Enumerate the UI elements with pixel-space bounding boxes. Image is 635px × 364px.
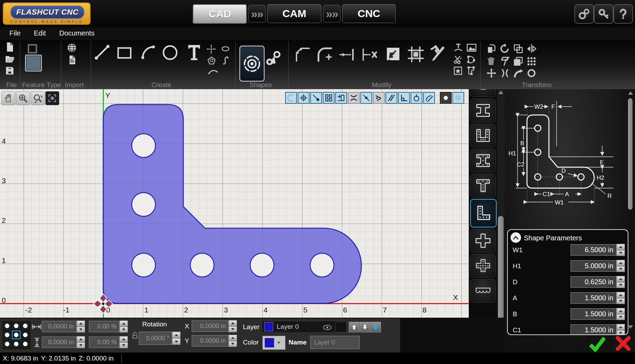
shape-item-tshape[interactable] [470, 174, 496, 198]
text-tool-button[interactable] [185, 43, 203, 62]
spinner-down-icon[interactable] [617, 298, 625, 304]
anchor-point-selector[interactable] [2, 321, 30, 349]
hole[interactable] [310, 253, 334, 277]
mirror-flip-button[interactable] [526, 44, 537, 54]
param-spinner-c1[interactable] [617, 324, 625, 335]
right-panel-scrollbar[interactable] [627, 89, 634, 333]
chamfer-button[interactable] [294, 46, 311, 62]
shape-library-button[interactable] [239, 46, 265, 82]
anchor-top-center[interactable] [12, 322, 21, 330]
param-field-b[interactable]: 1.5000 in [571, 308, 617, 320]
hole[interactable] [132, 253, 155, 277]
width-spinner[interactable] [77, 320, 85, 333]
array-button[interactable] [526, 56, 537, 67]
anchor-bottom-right[interactable] [21, 340, 30, 348]
add-layer-button[interactable] [370, 322, 381, 332]
anchor-top-left[interactable] [3, 322, 12, 330]
show-grid-button[interactable] [452, 92, 464, 104]
spinner-down-icon[interactable] [77, 327, 85, 333]
stretch-button[interactable] [500, 68, 510, 78]
cancel-shape-button[interactable] [615, 335, 632, 353]
height-percent-field[interactable]: 0.00 % [89, 336, 120, 348]
cad-to-cam-chevron-icon[interactable]: »» [248, 5, 266, 22]
spinner-down-icon[interactable] [77, 342, 85, 349]
y-position-spinner[interactable] [229, 335, 237, 347]
layer-move-down-button[interactable] [360, 322, 370, 332]
stack-button[interactable] [513, 56, 523, 67]
hole[interactable] [132, 134, 155, 157]
scroll-up-icon[interactable] [628, 91, 633, 95]
snap-parallel-button[interactable] [385, 92, 397, 104]
scroll-up-icon[interactable] [498, 91, 503, 94]
rotation-spinner[interactable] [172, 332, 181, 345]
shape-item-corrugated[interactable] [470, 279, 496, 303]
spline-tool-button[interactable] [222, 55, 230, 65]
shape-item-cross-holes[interactable] [470, 254, 496, 278]
snap-perpendicular-button[interactable] [398, 92, 410, 104]
y-position-field[interactable]: 0.0000 in [192, 335, 229, 347]
skew-button[interactable] [500, 56, 510, 67]
gear-outline-button[interactable] [526, 68, 537, 78]
mirror-image-button[interactable] [466, 43, 477, 53]
spinner-down-icon[interactable] [172, 338, 181, 345]
hole[interactable] [190, 253, 214, 277]
param-field-c1[interactable]: 1.5000 in [571, 324, 617, 335]
layer-name-field[interactable]: Layer 0 [310, 336, 360, 349]
param-field-h1[interactable]: 5.0000 in [571, 260, 617, 272]
spinner-down-icon[interactable] [617, 282, 625, 288]
show-points-button[interactable] [440, 92, 452, 104]
help-button[interactable] [613, 4, 633, 24]
zoom-extents-button[interactable] [45, 91, 59, 105]
save-file-button[interactable] [4, 65, 15, 76]
spinner-down-icon[interactable] [617, 250, 625, 256]
anchor-mid-right[interactable] [21, 331, 30, 339]
trim-button[interactable] [361, 47, 378, 62]
license-key-button[interactable] [594, 4, 613, 24]
shape-item-uchannel[interactable] [470, 124, 496, 147]
snap-quadrant-button[interactable] [335, 92, 347, 104]
new-file-button[interactable] [4, 41, 15, 53]
layer-move-up-button[interactable] [349, 322, 359, 332]
shape-item-partial[interactable] [470, 89, 496, 97]
point-tool-button[interactable] [206, 44, 216, 54]
param-spinner-h1[interactable] [617, 260, 625, 272]
spinner-up-icon[interactable] [617, 260, 625, 266]
snap-intersection-button[interactable] [348, 92, 360, 104]
shape-item-lbracket-selected[interactable] [470, 199, 497, 227]
param-spinner-a[interactable] [617, 292, 625, 304]
spinner-up-icon[interactable] [617, 276, 625, 282]
frame-button[interactable] [408, 46, 424, 62]
anchor-bottom-left[interactable] [3, 340, 12, 348]
spinner-up-icon[interactable] [617, 292, 625, 298]
settings-button[interactable] [574, 4, 594, 24]
spinner-up-icon[interactable] [617, 324, 625, 330]
shape-item-ibeam[interactable] [470, 99, 496, 122]
extend-button[interactable] [339, 48, 355, 62]
param-field-a[interactable]: 1.5000 in [571, 292, 617, 304]
open-file-button[interactable] [4, 53, 15, 64]
spinner-up-icon[interactable] [77, 320, 85, 327]
feature-type-filled-button[interactable] [25, 55, 42, 71]
shape-item-plus[interactable] [470, 229, 496, 253]
zoom-in-button[interactable] [16, 91, 30, 105]
spinner-down-icon[interactable] [229, 341, 237, 347]
spinner-down-icon[interactable] [229, 326, 237, 333]
anchor-top-right[interactable] [21, 322, 30, 330]
spinner-up-icon[interactable] [172, 332, 181, 338]
spinner-up-icon[interactable] [229, 335, 237, 341]
bend-button[interactable] [513, 68, 523, 78]
move-button[interactable] [486, 68, 497, 78]
spinner-down-icon[interactable] [120, 342, 128, 349]
copy-button[interactable] [486, 44, 497, 54]
curve-tool-button[interactable] [208, 68, 218, 75]
snap-free-button[interactable] [285, 92, 297, 104]
hole[interactable] [250, 253, 274, 277]
rotation-field[interactable]: 0.0000 ° [139, 332, 172, 345]
spinner-down-icon[interactable] [617, 330, 625, 335]
width-percent-spinner[interactable] [120, 320, 128, 333]
ellipse-tool-button[interactable] [221, 45, 230, 53]
param-spinner-w1[interactable] [617, 244, 625, 256]
param-spinner-b[interactable] [617, 308, 625, 320]
menu-edit[interactable]: Edit [34, 29, 46, 37]
spinner-up-icon[interactable] [120, 320, 128, 327]
